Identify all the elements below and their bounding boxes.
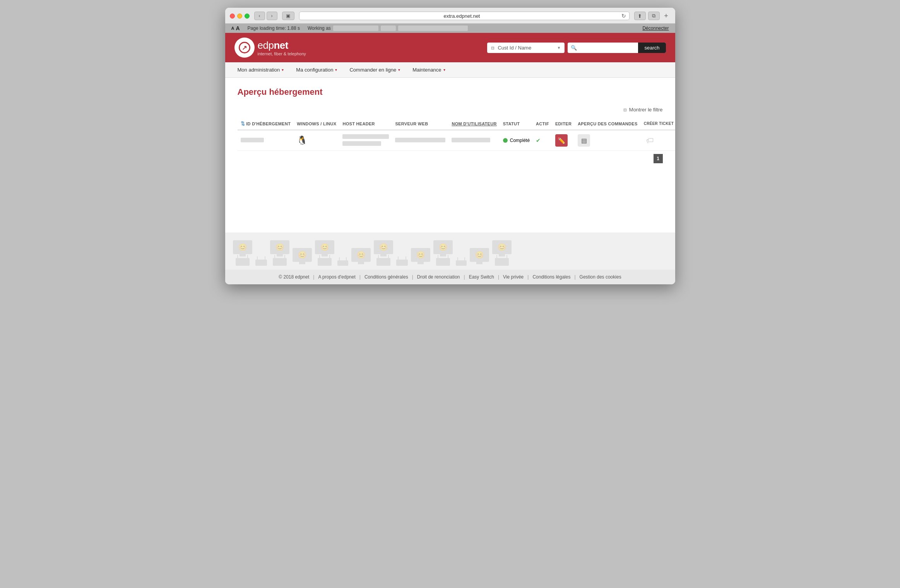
sidebar-button[interactable]: ▣ (282, 12, 294, 20)
browser-chrome: ‹ › ▣ extra.edpnet.net ↻ ⬆ ⧉ + (225, 8, 675, 24)
cell-user (448, 130, 500, 151)
device-icon-1: 😊 (233, 240, 252, 266)
footer-link-cookies[interactable]: Gestion des cookies (576, 274, 625, 280)
device-icon-8: 😊 (374, 240, 393, 266)
router-shape-3 (273, 258, 287, 266)
minimize-traffic-light[interactable] (237, 14, 242, 19)
working-as-extra: ██████████████████████ (398, 26, 467, 31)
logo-icon: ↗ (239, 42, 250, 53)
duplicate-button[interactable]: ⧉ (648, 12, 660, 20)
nav-dropdown-arrow-ma-configuration: ▾ (335, 68, 337, 72)
col-host: HOST HEADER (339, 118, 392, 130)
host-value2 (342, 141, 381, 146)
dropdown-arrow-icon: ▼ (557, 46, 561, 50)
logo-circle: ↗ (234, 38, 255, 58)
nav-label-mon-administration: Mon administration (238, 67, 280, 73)
cell-server (392, 130, 448, 151)
font-large-button[interactable]: A (236, 25, 240, 31)
device-icon-14: 😊 (492, 240, 512, 266)
title-bar: ‹ › ▣ extra.edpnet.net ↻ ⬆ ⧉ + (230, 12, 671, 20)
cell-cmd: ▤ (575, 130, 641, 151)
monitor-face-icon-7: 😊 (357, 251, 365, 259)
device-icon-2 (255, 260, 267, 266)
device-icon-7: 😊 (351, 248, 371, 266)
reload-button[interactable]: ↻ (621, 13, 626, 19)
close-traffic-light[interactable] (230, 14, 235, 19)
nav-item-commander[interactable]: Commander en ligne ▾ (343, 62, 406, 77)
search-input-container: 🔍 search (568, 43, 666, 53)
col-editer: EDITER (552, 118, 575, 130)
monitor-face-icon-8: 😊 (379, 243, 388, 251)
device-icon-5: 😊 (315, 240, 334, 266)
router-shape (236, 258, 250, 266)
forward-button[interactable]: › (267, 12, 277, 20)
brand-text: edpnet (258, 39, 306, 51)
router-shape-2 (255, 260, 267, 266)
server-value (395, 138, 445, 142)
traffic-lights (230, 14, 250, 19)
router-shape-14 (495, 258, 509, 266)
device-icon-11: 😊 (433, 240, 453, 266)
filter-select-container[interactable]: ⧈ Cust Id / Name ▼ (487, 43, 565, 53)
col-user: NOM D'UTILISATEUR (448, 118, 500, 130)
footer-link-conditions-legales[interactable]: Conditions légales (529, 274, 574, 280)
monitor-face-icon-3: 😊 (275, 243, 284, 251)
back-button[interactable]: ‹ (254, 12, 265, 20)
pagination: 1 (238, 151, 663, 166)
router-shape-6 (337, 260, 348, 266)
nav-dropdown-arrow-mon-administration: ▾ (282, 68, 284, 72)
footer-link-about[interactable]: A propos d'edpnet (314, 274, 359, 280)
page-title: Aperçu hébergement (238, 87, 663, 97)
router-shape-9 (396, 260, 408, 266)
monitor-shape-4: 😊 (293, 248, 312, 262)
filter-select-text: Cust Id / Name (498, 45, 554, 51)
loading-time-label: Page loading time: 1.88 s (248, 26, 300, 31)
search-input[interactable] (580, 43, 638, 53)
nav-item-mon-administration[interactable]: Mon administration ▾ (231, 62, 290, 77)
monitor-shape-14: 😊 (492, 240, 512, 254)
page-number[interactable]: 1 (654, 154, 663, 163)
nav-buttons: ‹ › (254, 12, 277, 20)
edit-button[interactable]: ✏️ (555, 134, 568, 147)
search-button[interactable]: search (638, 43, 666, 53)
working-as-label: Working as (308, 26, 331, 31)
commands-button[interactable]: ▤ (578, 134, 590, 147)
col-id: ⇅ ID D'HÉBERGEMENT (238, 118, 294, 130)
footer-link-droit[interactable]: Droit de renonciation (413, 274, 464, 280)
nav-item-ma-configuration[interactable]: Ma configuration ▾ (290, 62, 343, 77)
nav-item-maintenance[interactable]: Maintenance ▾ (406, 62, 451, 77)
nav-bar: Mon administration ▾ Ma configuration ▾ … (225, 62, 675, 78)
monitor-shape-7: 😊 (351, 248, 371, 262)
nav-dropdown-arrow-maintenance: ▾ (443, 68, 445, 72)
share-button[interactable]: ⬆ (634, 12, 646, 20)
footer-link-conditions[interactable]: Conditions générales (361, 274, 412, 280)
filter-bar: ⧈ Montrer le filtre (238, 106, 663, 113)
host-value1 (342, 134, 389, 139)
footer-link-vie-privee[interactable]: Vie privée (499, 274, 527, 280)
nav-label-maintenance: Maintenance (412, 67, 441, 73)
status-dot (503, 138, 508, 143)
new-tab-button[interactable]: + (662, 12, 671, 20)
font-small-button[interactable]: A (231, 26, 234, 31)
monitor-face-icon-10: 😊 (416, 251, 425, 259)
maximize-traffic-light[interactable] (245, 14, 250, 19)
ticket-button[interactable]: 🏷 (644, 134, 656, 147)
address-bar[interactable]: extra.edpnet.net ↻ (299, 12, 630, 20)
table-row: 🐧 (238, 130, 675, 151)
filter-label[interactable]: Montrer le filtre (629, 107, 663, 113)
status-badge: Complété (503, 138, 530, 143)
browser-action-buttons: ⬆ ⧉ + (634, 12, 671, 20)
data-table: ⇅ ID D'HÉBERGEMENT WINDOWS / LINUX HOST … (238, 118, 675, 151)
footer-link-easy-switch[interactable]: Easy Switch (465, 274, 498, 280)
disconnect-link[interactable]: Déconnecter (642, 26, 669, 31)
monitor-face-icon-5: 😊 (320, 243, 329, 251)
monitor-shape-11: 😊 (433, 240, 453, 254)
monitor-shape-8: 😊 (374, 240, 393, 254)
actif-check-icon: ✔ (536, 137, 541, 144)
monitor-shape-13: 😊 (470, 248, 489, 262)
url-text: extra.edpnet.net (303, 13, 621, 19)
device-icon-10: 😊 (411, 248, 430, 266)
col-os: WINDOWS / LINUX (294, 118, 339, 130)
brand-name-area: edpnet internet, fiber & telephony (258, 39, 306, 56)
cell-ticket: 🏷 (641, 130, 675, 151)
